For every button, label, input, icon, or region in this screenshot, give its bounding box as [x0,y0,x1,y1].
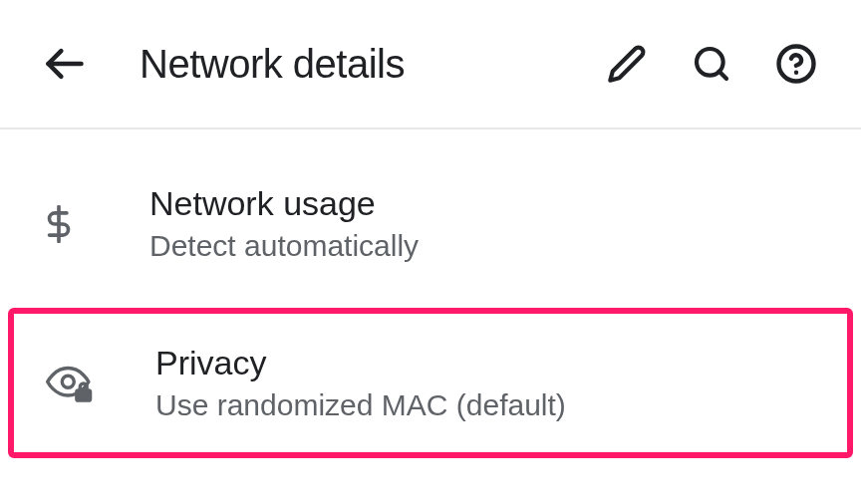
search-icon [692,44,731,84]
pencil-icon [607,44,647,84]
list-item-subtitle: Use randomized MAC (default) [155,388,566,422]
help-button[interactable] [771,39,821,89]
eye-lock-icon [46,363,96,404]
list-item-title: Network usage [149,184,419,223]
back-button[interactable] [40,39,90,89]
page-title: Network details [140,42,602,87]
edit-button[interactable] [602,39,652,89]
list-item-text: Privacy Use randomized MAC (default) [155,344,566,422]
svg-line-2 [719,72,726,79]
settings-list: Network usage Detect automatically Priva… [0,129,861,458]
list-item-subtitle: Detect automatically [149,229,419,263]
svg-rect-7 [77,389,91,399]
arrow-left-icon [43,42,87,86]
dollar-icon [40,205,90,243]
list-item-title: Privacy [155,344,566,382]
list-item-text: Network usage Detect automatically [149,184,419,263]
header: Network details [0,0,861,129]
search-button[interactable] [687,39,736,89]
svg-point-6 [62,376,74,387]
help-icon [775,43,817,85]
list-item-network-usage[interactable]: Network usage Detect automatically [0,159,861,288]
list-item-privacy[interactable]: Privacy Use randomized MAC (default) [14,314,847,452]
header-actions [602,39,821,89]
highlight-annotation: Privacy Use randomized MAC (default) [8,308,853,458]
